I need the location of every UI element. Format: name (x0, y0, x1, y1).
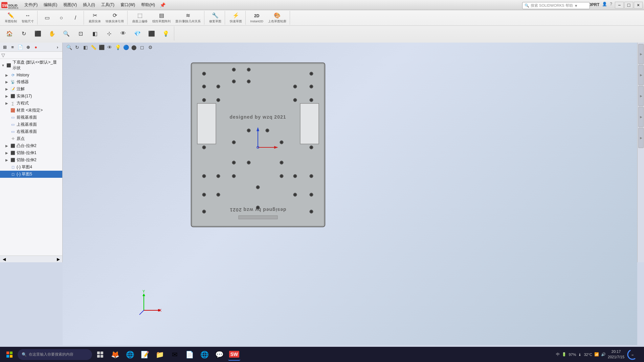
start-button[interactable] (3, 348, 16, 361)
trim-button[interactable]: ✂ 裁剪实体 (87, 11, 103, 24)
taskbar-browser-btn[interactable]: 🦊 (109, 348, 121, 361)
pan-btn[interactable]: ✋ (45, 27, 59, 40)
vt-settings-btn[interactable]: ⚙ (147, 44, 154, 51)
view3d-btn[interactable]: ⬛ (31, 27, 45, 40)
menu-tools[interactable]: 工具(T) (98, 1, 117, 8)
vt-section-btn[interactable]: ◧ (82, 44, 89, 51)
rect-button[interactable]: ▭ (40, 11, 54, 24)
vt-rect-btn[interactable]: ◻ (138, 44, 146, 51)
tree-root[interactable]: ▼ ⬛ 下底盘 (默认<<默认>_显示状 (0, 59, 62, 72)
right-panel: ▶ ▶ ▶ ▶ ▶ (637, 43, 644, 262)
taskbar-pdf-btn[interactable]: 📄 (183, 348, 196, 361)
view-ori-btn[interactable]: ⊹ (102, 27, 116, 40)
convert-button[interactable]: ⟳ 转换实体引用 (104, 11, 126, 24)
tree-item-annotation[interactable]: ▶ 📝 注解 (0, 86, 62, 93)
vt-light-btn[interactable]: 💡 (114, 44, 121, 51)
clock[interactable]: 20:17 2021/7/15 (608, 349, 624, 360)
tree-scroll-bar[interactable]: ◀ ▶ (0, 256, 63, 262)
menu-edit[interactable]: 编辑(E) (41, 1, 60, 8)
tree-item-front-plane[interactable]: ▭ 前视基准面 (0, 114, 62, 121)
show-rel-button[interactable]: ≋ 显示/删除几何关系 (173, 11, 203, 24)
tree-item-sketch5[interactable]: ◻ (-) 草图5 (0, 171, 62, 178)
menu-insert[interactable]: 插入(I) (80, 1, 97, 8)
rp-btn-4[interactable]: ▶ (638, 107, 644, 127)
home-btn[interactable]: 🏠 (3, 27, 16, 40)
section-view-btn[interactable]: ◧ (88, 27, 102, 40)
vt-search-btn[interactable]: 🔍 (65, 44, 73, 51)
search-dropdown-icon[interactable]: ▼ (574, 4, 578, 8)
menu-view[interactable]: 视图(V) (61, 1, 80, 8)
tree-item-boss-extrude2[interactable]: ▶ ⬛ 凸台-拉伸2 (0, 142, 62, 149)
pin-icon[interactable]: 📌 (158, 2, 167, 8)
quick-sketch-button[interactable]: ⚡ 快速草图 (228, 11, 244, 24)
rp-btn-2[interactable]: ▶ (638, 65, 644, 85)
svg-rect-104 (101, 355, 103, 358)
lighting-btn[interactable]: 💡 (159, 27, 173, 40)
smart-dim-button[interactable]: ↔ 智能尺寸 (20, 11, 36, 24)
hide-show-btn[interactable]: 👁 (116, 27, 130, 40)
ftree-icon-doc[interactable]: 📄 (17, 44, 24, 50)
minimize-button[interactable]: − (615, 2, 624, 8)
ftree-icon-arrow[interactable]: › (54, 44, 61, 50)
vt-box-btn[interactable]: ⬛ (98, 44, 105, 51)
tree-item-top-plane[interactable]: ▭ 上视基准面 (0, 121, 62, 128)
lang-indicator[interactable]: 中 (556, 352, 560, 357)
restore-button[interactable]: □ (624, 2, 633, 8)
vt-color-btn[interactable]: 🔵 (122, 44, 130, 51)
taskbar-sw-btn[interactable]: SW (228, 348, 240, 361)
repair-button[interactable]: 🔧 修复草图 (207, 11, 223, 24)
taskbar-post-btn[interactable]: 📝 (139, 348, 151, 361)
menu-help[interactable]: 帮助(H) (138, 1, 158, 8)
zoom-extent-btn[interactable]: ⊡ (74, 27, 87, 40)
zoom-btn[interactable]: 🔍 (60, 27, 73, 40)
main-viewport[interactable]: 🔍 ↻ ◧ 📏 ⬛ 👁 💡 🔵 ⬤ ◻ ⚙ designed by wzq 20… (63, 43, 637, 345)
offset-button[interactable]: ⬚ 曲面上偏移 (130, 11, 150, 24)
vt-measure-btn[interactable]: 📏 (90, 44, 97, 51)
circle-button[interactable]: ○ (54, 11, 68, 24)
rotate-view-btn[interactable]: ↻ (17, 27, 30, 40)
menu-window[interactable]: 窗口(W) (118, 1, 138, 8)
rp-btn-1[interactable]: ▶ (638, 44, 644, 64)
tree-scroll-right[interactable]: ▶ (57, 257, 60, 262)
pattern-button[interactable]: ▤ 线性草图阵列 (150, 11, 173, 24)
ftree-icon-circle[interactable]: ● (32, 44, 39, 50)
taskbar-search[interactable]: 🔍 在这里输入你要搜索的内容 (18, 349, 92, 360)
ftree-icon-list[interactable]: ≡ (9, 44, 16, 50)
filter-icon[interactable]: ▽ (1, 52, 5, 58)
sketch-draw-button[interactable]: ✏️ 草图绘制 (3, 11, 19, 24)
taskbar-wechat-btn[interactable]: 💬 (213, 348, 225, 361)
tree-scroll-left[interactable]: ◀ (3, 257, 6, 262)
tree-item-origin[interactable]: ✛ 原点 (0, 135, 62, 142)
sw-search-bar[interactable]: 🔍 搜索 SOLIDWORKS 帮助 ▼ (522, 2, 590, 9)
tree-item-history[interactable]: ▶ ⟳ History (0, 72, 62, 78)
tree-item-right-plane[interactable]: ▭ 右视基准面 (0, 128, 62, 135)
vt-rotate-btn[interactable]: ↻ (73, 44, 81, 51)
tree-item-cut-extrude1[interactable]: ▶ ⬛ 切除-拉伸1 (0, 149, 62, 156)
line-button[interactable]: / (69, 11, 82, 24)
taskbar-files-btn[interactable]: 📁 (154, 348, 166, 361)
tree-item-solid[interactable]: ▶ ⬛ 实体(17) (0, 93, 62, 100)
taskbar-edge-btn[interactable]: 🌐 (124, 348, 136, 361)
vt-dot-btn[interactable]: ⬤ (130, 44, 138, 51)
tree-item-material[interactable]: 🧱 材质 <未指定> (0, 107, 62, 114)
color-sketch-button[interactable]: 🎨 上色草图轮廓 (266, 11, 288, 24)
tree-item-equation[interactable]: ▶ ∑ 方程式 (0, 100, 62, 107)
tree-item-sensor[interactable]: ▶ 📡 传感器 (0, 78, 62, 86)
help-icon[interactable]: ? (610, 2, 612, 8)
close-button[interactable]: × (634, 2, 643, 8)
user-icon[interactable]: 👤 (602, 2, 607, 8)
instant2d-button[interactable]: 2D Instant2D (248, 11, 266, 24)
taskbar-cisco-btn[interactable]: 🌐 (198, 348, 210, 361)
ftree-icon-add[interactable]: ⊕ (25, 44, 31, 50)
vt-eye-btn[interactable]: 👁 (106, 44, 113, 51)
display-mode-btn[interactable]: ⬛ (145, 27, 158, 40)
rp-btn-3[interactable]: ▶ (638, 86, 644, 106)
rp-btn-5[interactable]: ▶ (638, 128, 644, 148)
taskbar-widget-btn[interactable] (94, 348, 106, 361)
menu-file[interactable]: 文件(F) (22, 1, 40, 8)
taskbar-mail-btn[interactable]: ✉ (169, 348, 181, 361)
ftree-icon-grid[interactable]: ⊞ (1, 44, 8, 50)
tree-item-sketch4[interactable]: ◻ (-) 草图4 (0, 164, 62, 171)
appearance-btn[interactable]: 💎 (131, 27, 144, 40)
tree-item-cut-extrude2[interactable]: ▶ ⬛ 切除-拉伸2 (0, 156, 62, 164)
